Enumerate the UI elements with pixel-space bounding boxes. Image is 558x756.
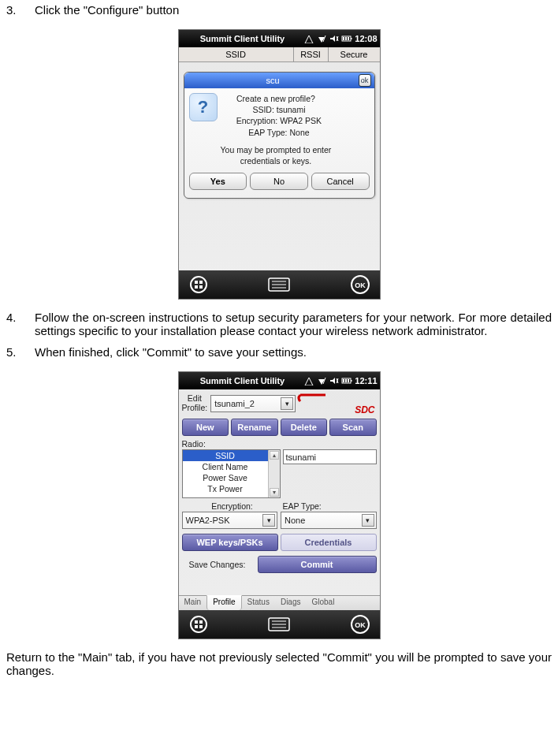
encryption-label: Encryption: [182,501,283,511]
list-item[interactable]: Client Name [183,461,268,472]
svg-rect-25 [345,379,347,382]
rename-button[interactable]: Rename [231,419,278,436]
signal-icon [303,376,314,385]
ok-button[interactable]: OK [348,614,372,635]
column-headers: SSID RSSI Secure [179,47,380,62]
save-changes-label: Save Changes: [182,560,253,569]
start-button[interactable] [187,274,210,295]
tab-profile[interactable]: Profile [206,595,241,610]
clock: 12:11 [352,376,377,385]
start-button[interactable] [187,614,210,635]
dialog-message: Create a new profile? SSID: tsunami Encr… [221,93,332,166]
tab-main[interactable]: Main [179,596,207,610]
volume-icon [329,376,340,385]
col-rssi[interactable]: RSSI [294,47,329,61]
svg-rect-28 [195,620,198,624]
sdc-logo: SDC [296,392,376,415]
create-profile-dialog: scu ok ? Create a new profile? SSID: tsu… [184,72,375,199]
step-text: When finished, click "Commit" to save yo… [35,345,552,359]
step-number: 3. [6,3,35,17]
keyboard-button[interactable] [267,274,291,295]
step-3: 3. Click the "Configure" button [6,3,552,17]
screenshot-create-profile: Summit Client Utility 12:08 SSID RSSI Se… [178,29,381,300]
list-item[interactable]: Power Save [183,472,268,483]
footer-paragraph: Return to the "Main" tab, if you have no… [6,650,552,677]
step-text: Follow the on-screen instructions to set… [35,311,552,337]
no-button[interactable]: No [250,173,308,190]
ssid-field[interactable]: tsunami [283,449,377,464]
dialog-titlebar: scu ok [184,73,374,88]
col-secure[interactable]: Secure [329,47,380,61]
svg-rect-6 [345,37,347,40]
col-ssid[interactable]: SSID [179,47,294,61]
scrollbar[interactable]: ▴▾ [268,450,280,497]
close-icon[interactable]: ok [359,74,371,87]
svg-rect-29 [199,620,203,624]
eap-type-label: EAP Type: [283,501,322,511]
titlebar: Summit Client Utility 12:08 [179,30,380,47]
tab-bar: Main Profile Status Diags Global [179,595,380,610]
tab-global[interactable]: Global [306,596,340,610]
battery-icon [341,376,352,385]
radio-label: Radio: [182,439,206,449]
encryption-select[interactable]: WPA2-PSK ▾ [182,512,278,529]
svg-rect-11 [195,285,198,289]
step-number: 4. [6,311,35,337]
tab-diags[interactable]: Diags [275,596,307,610]
footer-bar: OK [179,610,380,639]
status-icons [303,34,352,43]
ok-button[interactable]: OK [348,274,372,295]
wifi-icon [316,376,327,385]
msg-line: You may be prompted to enter [221,144,332,155]
svg-rect-9 [195,281,198,284]
msg-line: SSID: tsunami [221,104,332,115]
radio-listbox[interactable]: SSID Client Name Power Save Tx Power ▴▾ [182,449,281,498]
svg-rect-7 [348,37,349,40]
svg-point-8 [191,277,206,292]
commit-button[interactable]: Commit [258,556,377,573]
titlebar: Summit Client Utility 12:11 [179,372,380,389]
new-button[interactable]: New [182,419,229,436]
wifi-icon [316,34,327,43]
chevron-down-icon: ▾ [281,397,293,410]
footer-bar: OK [179,270,380,299]
svg-rect-31 [199,625,203,628]
step-number: 5. [6,345,35,359]
scroll-down-icon[interactable]: ▾ [270,488,279,497]
credentials-button[interactable]: Credentials [281,534,377,551]
wep-keys-button[interactable]: WEP keys/PSKs [182,534,278,551]
clock: 12:08 [352,34,377,43]
step-4: 4. Follow the on-screen instructions to … [6,311,552,337]
cancel-button[interactable]: Cancel [311,173,370,190]
msg-line: Encryption: WPA2 PSK [221,115,332,126]
edit-profile-label: Edit Profile: [182,394,208,412]
question-icon: ? [189,93,218,121]
eap-select[interactable]: None ▾ [281,512,377,529]
profile-select-value: tsunami_2 [214,399,255,408]
svg-rect-12 [199,285,203,289]
chevron-down-icon: ▾ [262,514,275,527]
tab-status[interactable]: Status [242,596,275,610]
keyboard-button[interactable] [267,614,291,635]
profile-select[interactable]: tsunami_2 ▾ [210,395,296,412]
yes-button[interactable]: Yes [189,173,247,190]
step-5: 5. When finished, click "Commit" to save… [6,345,552,359]
svg-rect-30 [195,625,198,628]
svg-text:OK: OK [355,621,366,629]
list-item[interactable]: Tx Power [183,483,268,494]
list-item[interactable]: SSID [183,450,268,461]
screenshot-profile-editor: Summit Client Utility 12:11 Edit Profile… [178,371,381,639]
dialog-title: scu [188,76,359,85]
scan-button[interactable]: Scan [329,419,377,436]
status-icons [303,376,352,385]
msg-line: Create a new profile? [221,93,332,104]
window-title: Summit Client Utility [181,34,304,43]
window-title: Summit Client Utility [181,376,304,385]
svg-rect-5 [343,37,344,40]
scroll-up-icon[interactable]: ▴ [270,451,279,460]
svg-text:OK: OK [355,281,366,289]
step-text: Click the "Configure" button [35,3,552,17]
delete-button[interactable]: Delete [281,419,328,436]
svg-rect-26 [348,379,349,382]
svg-rect-10 [199,281,203,284]
